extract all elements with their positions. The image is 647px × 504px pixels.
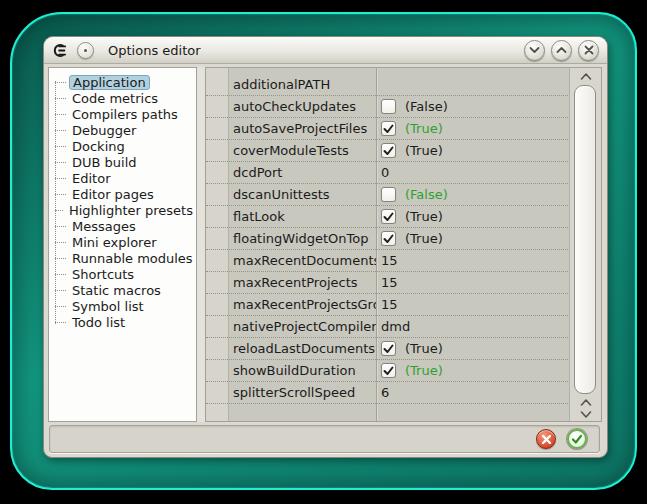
sidebar-item-static-macros[interactable]: Static macros <box>49 282 196 298</box>
options-editor-window: Options editor Application Code metrics … <box>43 36 608 458</box>
tree-stub-icon <box>55 274 66 275</box>
sidebar-item-todo-list[interactable]: Todo list <box>49 314 196 330</box>
checkbox[interactable] <box>381 341 396 356</box>
sidebar-item-highlighter-presets[interactable]: Highlighter presets <box>49 202 196 218</box>
property-name[interactable]: dcdPort <box>229 165 376 180</box>
checkbox[interactable] <box>381 231 396 246</box>
scroll-down-button[interactable] <box>570 410 601 419</box>
checkbox[interactable] <box>381 121 396 136</box>
check-icon <box>383 366 394 376</box>
table-row[interactable]: reloadLastDocuments (True) <box>206 338 570 360</box>
titlebar[interactable]: Options editor <box>44 37 607 64</box>
table-row[interactable]: splitterScrollSpeed 6 <box>206 382 570 404</box>
roll-up-button[interactable] <box>551 40 572 61</box>
sidebar-item-debugger[interactable]: Debugger <box>49 122 196 138</box>
table-row[interactable]: autoSaveProjectFiles (True) <box>206 118 570 140</box>
sidebar-item-editor[interactable]: Editor <box>49 170 196 186</box>
tree-stub-icon <box>55 290 66 291</box>
scrollbar-thumb[interactable] <box>574 85 596 394</box>
table-row[interactable]: showBuildDuration (True) <box>206 360 570 382</box>
tree-stub-icon <box>55 130 66 131</box>
cancel-button[interactable] <box>536 429 556 449</box>
table-row[interactable]: dcdPort 0 <box>206 162 570 184</box>
property-value[interactable]: 15 <box>381 275 398 290</box>
table-row[interactable]: flatLook (True) <box>206 206 570 228</box>
property-name[interactable]: nativeProjectCompiler <box>229 319 376 334</box>
property-name[interactable]: maxRecentDocuments <box>229 253 376 268</box>
property-name[interactable]: dscanUnittests <box>229 187 376 202</box>
property-name[interactable]: flatLook <box>229 209 376 224</box>
chevron-up-icon <box>556 46 567 54</box>
close-button[interactable] <box>578 40 599 61</box>
table-row[interactable]: dscanUnittests (False) <box>206 184 570 206</box>
property-value[interactable]: 15 <box>381 253 398 268</box>
property-name[interactable]: additionalPATH <box>229 77 376 92</box>
property-name[interactable]: autoSaveProjectFiles <box>229 121 376 136</box>
roll-down-button[interactable] <box>524 40 545 61</box>
scroll-up-button[interactable] <box>570 72 601 81</box>
chevron-down-icon <box>580 410 592 419</box>
check-icon <box>383 146 394 156</box>
check-icon <box>383 212 394 222</box>
property-name[interactable]: maxRecentProjects <box>229 275 376 290</box>
table-row[interactable]: maxRecentProjectsGrou 15 <box>206 294 570 316</box>
check-icon <box>383 234 394 244</box>
property-name[interactable]: splitterScrollSpeed <box>229 385 376 400</box>
scroll-up-button-bottom[interactable] <box>570 398 601 407</box>
property-name[interactable]: autoCheckUpdates <box>229 99 376 114</box>
property-name[interactable]: showBuildDuration <box>229 363 376 378</box>
tree-stub-icon <box>55 146 66 147</box>
checkbox[interactable] <box>381 143 396 158</box>
property-value: (True) <box>405 143 443 158</box>
window-menu-button[interactable] <box>77 42 94 59</box>
sidebar-item-compilers-paths[interactable]: Compilers paths <box>49 106 196 122</box>
property-name[interactable]: floatingWidgetOnTop <box>229 231 376 246</box>
sidebar-item-mini-explorer[interactable]: Mini explorer <box>49 234 196 250</box>
sidebar-item-runnable-modules[interactable]: Runnable modules <box>49 250 196 266</box>
sidebar-item-dub-build[interactable]: DUB build <box>49 154 196 170</box>
table-row[interactable]: floatingWidgetOnTop (True) <box>206 228 570 250</box>
footer-bar <box>49 425 600 453</box>
tree-stub-icon <box>55 258 66 259</box>
accept-button[interactable] <box>567 429 587 449</box>
tree-stub-icon <box>55 194 66 195</box>
table-row[interactable]: additionalPATH <box>206 74 570 96</box>
sidebar-item-code-metrics[interactable]: Code metrics <box>49 90 196 106</box>
screenshot-root: Options editor Application Code metrics … <box>0 0 647 504</box>
table-row[interactable]: maxRecentProjects 15 <box>206 272 570 294</box>
window-title: Options editor <box>108 43 201 58</box>
sidebar-item-application[interactable]: Application <box>49 74 196 90</box>
sidebar-item-messages[interactable]: Messages <box>49 218 196 234</box>
sidebar-item-docking[interactable]: Docking <box>49 138 196 154</box>
property-value[interactable]: 6 <box>381 385 389 400</box>
checkbox[interactable] <box>381 209 396 224</box>
table-row[interactable]: autoCheckUpdates (False) <box>206 96 570 118</box>
vertical-scrollbar[interactable] <box>569 68 601 421</box>
sidebar-item-shortcuts[interactable]: Shortcuts <box>49 266 196 282</box>
table-row[interactable]: coverModuleTests (True) <box>206 140 570 162</box>
tree-stub-icon <box>55 210 63 211</box>
sidebar-item-editor-pages[interactable]: Editor pages <box>49 186 196 202</box>
sidebar-item-symbol-list[interactable]: Symbol list <box>49 298 196 314</box>
tree-stub-icon <box>55 322 66 323</box>
tree-stub-icon <box>55 178 66 179</box>
property-value[interactable]: 0 <box>381 165 389 180</box>
property-name[interactable]: coverModuleTests <box>229 143 376 158</box>
table-row[interactable]: maxRecentDocuments 15 <box>206 250 570 272</box>
property-value: (True) <box>405 363 443 378</box>
checkbox[interactable] <box>381 363 396 378</box>
checkbox[interactable] <box>381 187 396 202</box>
sidebar-splitter[interactable] <box>197 67 205 422</box>
property-value[interactable]: 15 <box>381 297 398 312</box>
chevron-down-icon <box>529 46 540 54</box>
property-value[interactable]: dmd <box>381 319 410 334</box>
property-name[interactable]: maxRecentProjectsGrou <box>229 297 376 312</box>
check-icon <box>383 124 394 134</box>
table-row[interactable]: nativeProjectCompiler dmd <box>206 316 570 338</box>
tree-stub-icon <box>55 242 66 243</box>
window-controls <box>524 40 599 61</box>
property-value: (True) <box>405 341 443 356</box>
chevron-up-icon <box>580 398 592 407</box>
property-name[interactable]: reloadLastDocuments <box>229 341 376 356</box>
checkbox[interactable] <box>381 99 396 114</box>
